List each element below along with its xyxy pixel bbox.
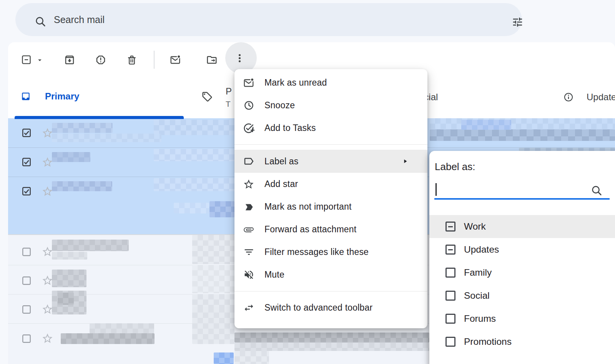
menu-item-label: Switch to advanced toolbar (264, 303, 372, 313)
three-dots-icon[interactable] (234, 53, 245, 64)
archive-icon[interactable] (64, 54, 75, 66)
label-option-updates[interactable]: Updates (429, 238, 615, 261)
inbox-icon (21, 91, 31, 101)
mark-unread-icon (243, 77, 254, 89)
tab-updates[interactable]: Updates (587, 92, 615, 103)
redacted-text (174, 203, 209, 213)
menu-item-label: Mark as unread (264, 78, 327, 88)
menu-item-switch-toolbar[interactable]: Switch to advanced toolbar (234, 296, 427, 319)
redacted-text (234, 333, 429, 342)
text-cursor (435, 183, 437, 196)
menu-item-label: Forward as attachment (264, 224, 356, 235)
tag-icon (201, 91, 213, 103)
menu-item-label-as[interactable]: Label as (234, 150, 427, 173)
redacted-text (52, 152, 90, 162)
row-checkbox-checked[interactable] (22, 186, 32, 196)
star-icon[interactable] (42, 246, 53, 258)
menu-item-add-star[interactable]: Add star (234, 173, 427, 195)
search-filters-icon[interactable] (512, 16, 524, 28)
star-icon[interactable] (42, 275, 53, 286)
menu-divider (234, 144, 427, 145)
menu-item-forward-as-attachment[interactable]: Forward as attachment (234, 218, 427, 241)
toolbar-divider (154, 51, 155, 69)
star-icon[interactable] (42, 333, 53, 344)
star-outline-icon (243, 179, 254, 190)
label-option-work[interactable]: Work (429, 215, 615, 238)
report-spam-icon[interactable] (95, 54, 106, 66)
row-checkbox-checked[interactable] (22, 157, 32, 167)
row-checkbox-unchecked[interactable] (22, 247, 32, 257)
mark-unread-icon[interactable] (170, 54, 181, 66)
tab-promotions-subtitle-fragment: T (226, 99, 231, 109)
redacted-text (154, 178, 234, 191)
checkbox-indeterminate[interactable] (445, 245, 455, 255)
menu-item-label: Add star (264, 179, 298, 189)
move-to-icon[interactable] (206, 54, 218, 66)
redacted-text (234, 351, 269, 364)
label-as-submenu: Label as: Work Updates Family Social (429, 151, 615, 364)
label-search-input[interactable] (434, 182, 610, 197)
menu-item-label: Add to Tasks (264, 123, 316, 133)
checkbox-unchecked[interactable] (445, 337, 455, 347)
menu-item-mark-as-unread[interactable]: Mark as unread (234, 71, 427, 94)
redacted-text (61, 333, 155, 344)
importance-marker-icon (243, 201, 254, 213)
swap-arrows-icon (243, 302, 254, 314)
label-option-text: Updates (464, 244, 499, 255)
row-checkbox-unchecked[interactable] (22, 304, 32, 314)
star-icon[interactable] (42, 156, 53, 168)
label-option-text: Forums (464, 313, 496, 324)
redacted-text (209, 201, 234, 217)
checkbox-indeterminate[interactable] (445, 222, 455, 232)
info-icon[interactable] (563, 92, 574, 103)
redacted-text (192, 307, 234, 344)
label-option-promotions[interactable]: Promotions (429, 330, 615, 353)
menu-item-label: Filter messages like these (264, 247, 369, 257)
redacted-text (58, 293, 74, 305)
menu-item-mark-not-important[interactable]: Mark as not important (234, 195, 427, 218)
redacted-text (154, 149, 234, 161)
menu-item-label: Mark as not important (264, 202, 352, 212)
redacted-text (192, 235, 234, 264)
redacted-text (430, 129, 615, 141)
label-option-text: Family (464, 267, 492, 278)
search-input[interactable] (54, 3, 477, 36)
label-option-text: Work (464, 221, 486, 232)
gmail-window: Primary P T Social Updates Mark as unrea… (0, 0, 615, 364)
row-checkbox-unchecked[interactable] (22, 276, 32, 286)
star-icon[interactable] (42, 127, 53, 139)
search-icon (591, 185, 602, 196)
select-all-checkbox[interactable] (21, 55, 32, 65)
checkbox-unchecked[interactable] (445, 291, 455, 301)
select-dropdown-caret-icon[interactable] (36, 56, 44, 64)
redacted-text (461, 120, 511, 130)
star-icon[interactable] (42, 303, 53, 315)
redacted-text (90, 323, 154, 333)
label-option-forums[interactable]: Forums (429, 307, 615, 330)
menu-item-label: Label as (264, 156, 299, 167)
label-option-family[interactable]: Family (429, 261, 615, 284)
redacted-text (52, 240, 129, 251)
label-option-text: Social (464, 290, 490, 301)
tab-primary[interactable]: Primary (45, 91, 79, 102)
row-checkbox-unchecked[interactable] (22, 334, 32, 344)
search-bar[interactable] (15, 3, 522, 36)
menu-item-mute[interactable]: Mute (234, 263, 427, 286)
clock-icon (243, 100, 254, 111)
checkbox-unchecked[interactable] (445, 314, 455, 324)
tab-selected-indicator (15, 116, 184, 119)
label-option-social[interactable]: Social (429, 284, 615, 307)
delete-icon[interactable] (126, 54, 138, 66)
redacted-text (519, 148, 615, 151)
redacted-text (192, 265, 234, 293)
checkbox-unchecked[interactable] (445, 268, 455, 278)
search-icon (35, 16, 46, 27)
tab-promotions-fragment[interactable]: P (226, 86, 232, 97)
menu-item-filter-messages[interactable]: Filter messages like these (234, 241, 427, 263)
row-checkbox-checked[interactable] (22, 128, 32, 138)
star-icon[interactable] (42, 185, 53, 197)
menu-item-add-to-tasks[interactable]: Add to Tasks (234, 117, 427, 139)
mute-speaker-icon (243, 269, 254, 281)
redacted-text (234, 342, 429, 351)
menu-item-snooze[interactable]: Snooze (234, 94, 427, 117)
